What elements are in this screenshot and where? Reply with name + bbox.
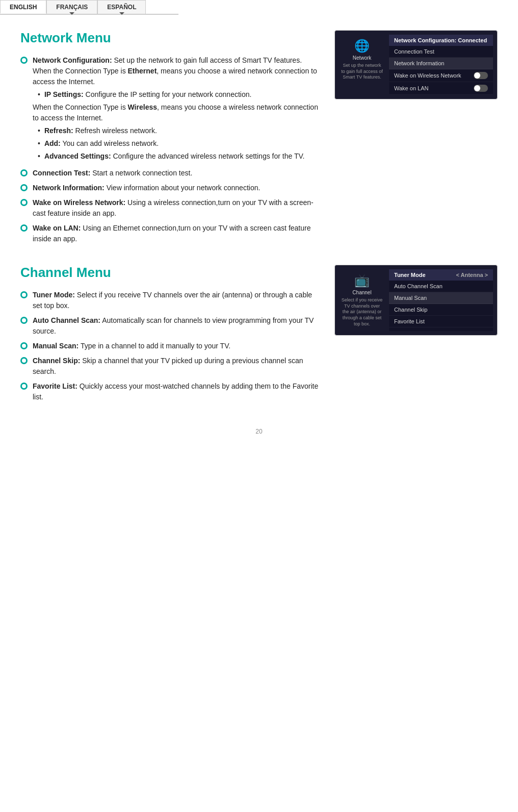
list-item: Network Information: View information ab…: [20, 183, 319, 193]
list-item: Network Configuration: Set up the networ…: [20, 55, 319, 164]
favorite-list-label: Favorite List: [394, 318, 425, 324]
network-menu-header: Network Configuration: Connected: [389, 35, 493, 46]
bullet-icon: [20, 224, 28, 232]
list-item: Refresh: Refresh wireless network.: [38, 125, 319, 136]
channel-skip-label: Channel Skip: [394, 307, 427, 313]
list-item: Manual Scan: Type in a channel to add it…: [20, 341, 319, 351]
list-item: IP Settings: Configure the IP setting fo…: [38, 89, 319, 100]
favorite-list-item: Favorite List: Quickly access your most-…: [33, 381, 319, 402]
channel-tv-sidebar: 📺 Channel Select if you receive TV chann…: [339, 269, 385, 331]
tuner-mode-arrows[interactable]: < Antenna >: [456, 272, 488, 278]
list-item: Add: You can add wireless network.: [38, 138, 319, 149]
channel-bullet-list: Tuner Mode: Select if you receive TV cha…: [20, 290, 319, 402]
network-config-bold: Network Configuration:: [33, 56, 112, 64]
network-config-wireless: When the Connection Type is Wireless, me…: [33, 103, 318, 122]
network-tv-panel-inner: 🌐 Network Set up the network to gain ful…: [335, 31, 497, 99]
language-tabs: ENGLISH FRANÇAIS ESPAÑOL: [0, 0, 178, 15]
channel-section: Channel Menu Tuner Mode: Select if you r…: [20, 265, 498, 408]
network-config-sub1: IP Settings: Configure the IP setting fo…: [33, 89, 319, 100]
list-item: Connection Test: Start a network connect…: [20, 168, 319, 179]
bullet-icon: [20, 169, 28, 176]
network-icon-desc: Set up the network to gain full access o…: [341, 63, 383, 81]
wake-wireless-item: Wake on Wireless Network: Using a wirele…: [33, 197, 319, 219]
toggle-knob: [474, 85, 480, 91]
channel-tv-panel-container: 📺 Channel Select if you receive TV chann…: [334, 265, 498, 408]
channel-icon: 📺: [354, 273, 370, 288]
list-item: Tuner Mode: Select if you receive TV cha…: [20, 290, 319, 311]
list-item: Wake on Wireless Network: Using a wirele…: [20, 197, 319, 219]
network-icon-label: Network: [353, 55, 372, 61]
manual-scan-label: Manual Scan: [394, 295, 427, 301]
network-information-item: Network Information: View information ab…: [33, 183, 319, 193]
network-bullet-list: Network Configuration: Set up the networ…: [20, 55, 319, 244]
channel-section-title: Channel Menu: [20, 265, 319, 281]
network-icon: 🌐: [354, 39, 370, 53]
channel-icon-desc: Select if you receive TV channels over t…: [341, 297, 383, 327]
bullet-icon: [20, 184, 28, 191]
list-item: Auto Channel Scan: Automatically scan fo…: [20, 315, 319, 337]
wake-wireless-toggle[interactable]: [474, 72, 488, 79]
network-menu-connection-test[interactable]: Connection Test: [389, 46, 493, 58]
list-item: Favorite List: Quickly access your most-…: [20, 381, 319, 402]
channel-text: Channel Menu Tuner Mode: Select if you r…: [20, 265, 319, 408]
bullet-icon: [20, 383, 28, 390]
auto-channel-scan-item: Auto Channel Scan: Automatically scan fo…: [33, 315, 319, 337]
channel-tv-panel: 📺 Channel Select if you receive TV chann…: [334, 265, 498, 336]
list-item: Channel Skip: Skip a channel that your T…: [20, 356, 319, 377]
lang-tab-english[interactable]: ENGLISH: [0, 0, 46, 14]
page-content: Network Menu Network Configuration: Set …: [0, 15, 518, 466]
channel-menu-auto-scan[interactable]: Auto Channel Scan: [389, 281, 493, 292]
channel-menu-channel-skip[interactable]: Channel Skip: [389, 304, 493, 316]
network-tv-panel: 🌐 Network Set up the network to gain ful…: [334, 30, 498, 99]
lang-label-espanol: ESPAÑOL: [107, 4, 136, 11]
bullet-icon: [20, 291, 28, 298]
list-item: Wake on LAN: Using an Ethernet connectio…: [20, 223, 319, 244]
wake-wireless-label: Wake on Wireless Network: [394, 72, 461, 79]
network-tv-menu: Network Configuration: Connected Connect…: [389, 35, 493, 95]
channel-menu-favorite-list[interactable]: Favorite List: [389, 316, 493, 327]
tuner-mode-header-label: Tuner Mode: [394, 272, 426, 278]
lang-label-english: ENGLISH: [10, 4, 37, 11]
channel-icon-label: Channel: [352, 290, 371, 295]
network-menu-wake-wireless[interactable]: Wake on Wireless Network: [389, 69, 493, 82]
network-config-item: Network Configuration: Set up the networ…: [33, 55, 319, 164]
lang-tab-francais[interactable]: FRANÇAIS: [46, 0, 97, 14]
network-section: Network Menu Network Configuration: Set …: [20, 30, 498, 249]
toggle-knob: [474, 72, 480, 79]
connection-test-item: Connection Test: Start a network connect…: [33, 168, 319, 179]
channel-tv-panel-inner: 📺 Channel Select if you receive TV chann…: [335, 265, 497, 335]
wake-lan-item: Wake on LAN: Using an Ethernet connectio…: [33, 223, 319, 244]
channel-tv-menu: Tuner Mode < Antenna > Auto Channel Scan…: [389, 269, 493, 331]
channel-menu-manual-scan[interactable]: Manual Scan: [389, 292, 493, 304]
network-config-sub2: Refresh: Refresh wireless network. Add: …: [33, 125, 319, 162]
connection-test-label: Connection Test: [394, 48, 434, 55]
tuner-mode-item: Tuner Mode: Select if you receive TV cha…: [33, 290, 319, 311]
network-info-label: Network Information: [394, 60, 444, 66]
bullet-icon: [20, 342, 28, 349]
list-item: Advanced Settings: Configure the advance…: [38, 151, 319, 162]
network-tv-panel-container: 🌐 Network Set up the network to gain ful…: [334, 30, 498, 249]
bullet-icon: [20, 199, 28, 206]
network-text: Network Menu Network Configuration: Set …: [20, 30, 319, 249]
lang-tab-espanol[interactable]: ESPAÑOL: [97, 0, 146, 14]
wake-lan-label: Wake on LAN: [394, 85, 428, 91]
wake-lan-toggle[interactable]: [474, 85, 488, 92]
triangle-icon-francais: [69, 12, 74, 15]
channel-menu-header: Tuner Mode < Antenna >: [389, 269, 493, 281]
bullet-icon: [20, 57, 28, 64]
network-section-title: Network Menu: [20, 30, 319, 46]
bullet-icon: [20, 317, 28, 324]
auto-channel-scan-label: Auto Channel Scan: [394, 283, 443, 289]
network-config-ethernet: When the Connection Type is Ethernet, me…: [33, 67, 317, 86]
manual-scan-item: Manual Scan: Type in a channel to add it…: [33, 341, 319, 351]
triangle-icon-espanol: [119, 12, 124, 15]
tuner-mode-row: Tuner Mode < Antenna >: [394, 272, 488, 278]
lang-label-francais: FRANÇAIS: [56, 4, 88, 11]
channel-skip-item: Channel Skip: Skip a channel that your T…: [33, 356, 319, 377]
network-tv-sidebar: 🌐 Network Set up the network to gain ful…: [339, 35, 385, 95]
page-number: 20: [20, 428, 498, 435]
network-menu-network-info[interactable]: Network Information: [389, 58, 493, 69]
bullet-icon: [20, 357, 28, 364]
network-menu-wake-lan[interactable]: Wake on LAN: [389, 82, 493, 95]
